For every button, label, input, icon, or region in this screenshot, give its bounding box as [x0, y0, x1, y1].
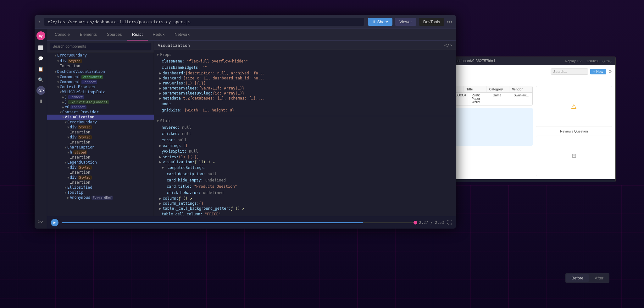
warning-icon: ⚠ [571, 103, 577, 110]
tab-elements[interactable]: Elements [75, 29, 102, 41]
col-category: Category [487, 86, 510, 92]
before-button[interactable]: Before [566, 274, 588, 282]
expand-arrow-icon: ▶ [159, 143, 161, 148]
dashboard-new-button[interactable]: + New [590, 69, 607, 74]
tree-line[interactable]: ▼ ChartCaption [47, 145, 154, 150]
arrow-icon: ▼ [67, 136, 69, 139]
prop-dashboard-expand[interactable]: ▶ dashboard: {description: null, archive… [157, 71, 453, 76]
tree-line[interactable]: ▼ div Styled [47, 135, 154, 140]
arrow-icon: ▼ [67, 166, 69, 169]
state-colsettings-expand[interactable]: ▶ column_settings: {} [157, 201, 453, 206]
state-card-desc: card.description: null [157, 171, 453, 177]
state-viz-expand[interactable]: ▶ visualization: ƒ ll(…) ↗ [157, 159, 453, 165]
state-series-expand[interactable]: ▶ series: (1) [{…}] [157, 154, 453, 159]
dashboard-bottom-area: ⊞ [536, 136, 612, 176]
sidebar-icon-inspector[interactable]: ⬜ [36, 43, 45, 52]
more-button[interactable]: ••• [447, 19, 452, 25]
tree-line[interactable]: ▼ div Styled [47, 165, 154, 170]
sidebar-icon-files[interactable]: 📋 [36, 65, 45, 73]
back-button[interactable]: ‹ [38, 19, 40, 25]
state-click-behavior: click_behavior: undefined [157, 190, 453, 196]
arrow-icon: ▶ [62, 100, 64, 104]
col-title: Title [464, 86, 487, 92]
tree-line[interactable]: ▶ eO Connect [47, 105, 154, 110]
tab-redux[interactable]: Redux [148, 29, 170, 41]
tree-line[interactable]: ▼ div Styled [47, 58, 154, 63]
tree-line-insertion[interactable]: Insertion [47, 180, 154, 185]
state-section-header[interactable]: ▼ State [157, 117, 453, 124]
tree-node-dashcard: ▼ DashCardVisualization [47, 69, 154, 74]
sidebar-icon-code[interactable]: </> [36, 86, 45, 95]
tree-line[interactable]: ▼ Context.Provider [47, 110, 154, 115]
tree-line[interactable]: ▼ Context.Provider [47, 84, 154, 89]
tree-line-visualization-selected[interactable]: ▼ Visualization [47, 115, 154, 120]
arrow-icon: ▶ [62, 95, 64, 99]
arrow-icon: ▼ [57, 59, 59, 63]
arrow-icon: ▶ [65, 186, 67, 189]
state-column-expand[interactable]: ▶ column: ƒ () ↗ [157, 196, 453, 201]
tree-line-insertion[interactable]: Insertion [47, 170, 154, 175]
tree-line[interactable]: ▼ div Styled [47, 175, 154, 180]
dashboard-settings-icon[interactable]: ⚙ [608, 69, 612, 74]
cypress-logo: cy [36, 31, 45, 40]
table-icon: ⊞ [572, 152, 576, 159]
tree-line[interactable]: ▼ Component Connect [47, 79, 154, 84]
tree-line[interactable]: ▶ ] Connect [47, 95, 154, 100]
sidebar-icon-expand[interactable]: >> [36, 217, 45, 226]
search-bar [47, 41, 154, 52]
collapse-arrow-icon: ▼ [157, 119, 159, 123]
prop-metadata-expand[interactable]: ▶ metadata: t.Z{databases: {…}, schemas:… [157, 96, 453, 101]
sidebar-icon-chat[interactable]: 💬 [36, 54, 45, 63]
search-input[interactable] [50, 43, 151, 50]
state-cellbg-expand[interactable]: ▶ table._cell_background_getter: ƒ () ↗ [157, 206, 453, 211]
share-icon: ⬆ [372, 19, 376, 24]
dashboard-search[interactable] [551, 68, 588, 75]
arrow-icon: ▼ [55, 70, 57, 73]
tree-line[interactable]: ▼ h Styled [47, 150, 154, 155]
tab-network[interactable]: Network [169, 29, 195, 41]
timeline-bar[interactable] [62, 222, 416, 223]
tree-line-insertion[interactable]: Insertion [47, 140, 154, 145]
expand-arrow-icon: ▶ [159, 76, 161, 80]
state-warnings-expand[interactable]: ▶ warnings: [] [157, 143, 453, 148]
tree-line-insertion[interactable]: Insertion [47, 155, 154, 160]
tree-line[interactable]: ▶ Ellipsified [47, 185, 154, 190]
timeline-expand-icon[interactable]: ⛶ [447, 220, 452, 225]
prop-gridsize: gridSize: {width: 11, height: 8} [157, 107, 453, 113]
top-bar: ‹ e2e/test/scenarios/dashboard-filters/p… [35, 15, 456, 29]
tree-line-insertion[interactable]: Insertion [47, 130, 154, 135]
review-question-label: Reviews Question [536, 129, 612, 133]
devtools-button[interactable]: DevTools [419, 18, 444, 26]
prop-paramvalues-expand[interactable]: ▶ parameterValues: {9a7a711f: Array(1)} [157, 86, 453, 91]
arrow-icon: ▼ [60, 90, 62, 94]
tree-line[interactable]: ▼ ErrorBoundary [47, 53, 154, 58]
prop-paramvaluesslug-expand[interactable]: ▶ parameterValuesBySlug: {id: Array(1)} [157, 91, 453, 96]
tree-line[interactable]: ▼ ErrorBoundary [47, 120, 154, 125]
tree-line[interactable]: ▶ Tooltip [47, 190, 154, 195]
prop-dashcard-expand[interactable]: ▶ dashcard: {size_x: 11, dashboard_tab_i… [157, 76, 453, 81]
timeline-time: 2:27 / 2:53 [419, 220, 444, 225]
arrow-icon: ▶ [67, 196, 69, 199]
viewer-button[interactable]: Viewer [395, 18, 416, 26]
share-button[interactable]: ⬆ Share [368, 18, 393, 26]
tree-line[interactable]: ▼ WithVizSettingsData [47, 89, 154, 95]
tree-line[interactable]: ▼ div Styled [47, 125, 154, 130]
code-icon[interactable]: </> [444, 43, 452, 48]
tree-line[interactable]: ▼ DashCardVisualization [47, 69, 154, 74]
after-button[interactable]: After [590, 274, 608, 282]
prop-rawseries-expand[interactable]: ▶ rawSeries: (1) [{…}] [157, 81, 453, 86]
tab-console[interactable]: Console [50, 29, 75, 41]
props-section-header[interactable]: ▼ Props [157, 51, 453, 58]
tree-line[interactable]: ▶ ] ExplicitSize(Connect [47, 100, 154, 105]
state-card-hide: card.hide_empty: undefined [157, 177, 453, 183]
sidebar-icon-search[interactable]: 🔍 [36, 75, 45, 84]
tree-line[interactable]: ▶ Anonymous ForwardRef [47, 195, 154, 200]
tree-line-insertion[interactable]: Insertion [47, 63, 154, 68]
tab-react[interactable]: React [127, 29, 148, 41]
sidebar-icon-pause[interactable]: ⏸ [36, 97, 45, 105]
arrow-icon: ▼ [57, 85, 59, 89]
tree-line[interactable]: ▼ LegendCaption [47, 160, 154, 165]
tab-sources[interactable]: Sources [102, 29, 127, 41]
play-button[interactable]: ▶ [51, 219, 58, 226]
tree-line[interactable]: ▼ Component withRouter [47, 74, 154, 79]
